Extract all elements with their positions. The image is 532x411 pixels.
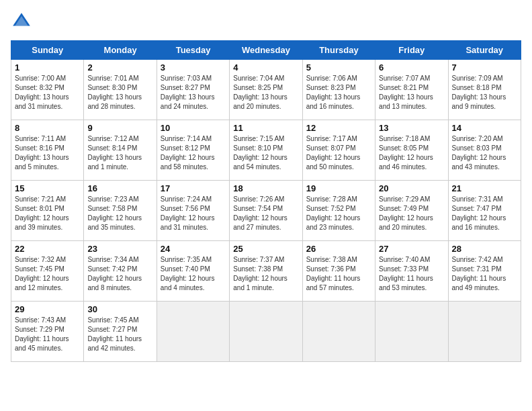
calendar-cell: 20Sunrise: 7:29 AM Sunset: 7:49 PM Dayli…	[375, 181, 448, 241]
day-detail: Sunrise: 7:23 AM Sunset: 7:58 PM Dayligh…	[87, 195, 152, 232]
day-detail: Sunrise: 7:21 AM Sunset: 8:01 PM Dayligh…	[15, 195, 80, 232]
day-detail: Sunrise: 7:35 AM Sunset: 7:40 PM Dayligh…	[161, 255, 226, 293]
calendar-cell: 21Sunrise: 7:31 AM Sunset: 7:47 PM Dayli…	[448, 181, 521, 241]
day-number: 29	[15, 304, 80, 314]
page-header	[11, 11, 521, 32]
calendar-cell: 30Sunrise: 7:45 AM Sunset: 7:27 PM Dayli…	[84, 302, 157, 362]
calendar-cell: 16Sunrise: 7:23 AM Sunset: 7:58 PM Dayli…	[84, 181, 157, 241]
day-number: 30	[87, 304, 152, 314]
day-number: 17	[161, 183, 226, 193]
day-detail: Sunrise: 7:45 AM Sunset: 7:27 PM Dayligh…	[87, 316, 152, 353]
calendar-cell: 10Sunrise: 7:14 AM Sunset: 8:12 PM Dayli…	[157, 120, 229, 181]
day-detail: Sunrise: 7:07 AM Sunset: 8:21 PM Dayligh…	[379, 74, 444, 111]
day-number: 7	[452, 62, 517, 73]
calendar-cell: 27Sunrise: 7:40 AM Sunset: 7:33 PM Dayli…	[375, 241, 448, 302]
day-number: 12	[306, 123, 371, 133]
day-detail: Sunrise: 7:43 AM Sunset: 7:29 PM Dayligh…	[15, 316, 80, 353]
day-detail: Sunrise: 7:38 AM Sunset: 7:36 PM Dayligh…	[306, 255, 371, 293]
day-number: 4	[233, 62, 298, 73]
day-number: 3	[161, 62, 226, 73]
calendar-cell: 7Sunrise: 7:09 AM Sunset: 8:18 PM Daylig…	[448, 60, 521, 120]
day-number: 1	[15, 62, 80, 73]
calendar-cell	[230, 302, 302, 362]
day-number: 18	[233, 183, 298, 193]
day-number: 26	[306, 244, 371, 254]
day-detail: Sunrise: 7:15 AM Sunset: 8:10 PM Dayligh…	[233, 134, 298, 172]
day-number: 6	[379, 62, 444, 73]
calendar-cell: 12Sunrise: 7:17 AM Sunset: 8:07 PM Dayli…	[302, 120, 375, 181]
calendar-cell: 11Sunrise: 7:15 AM Sunset: 8:10 PM Dayli…	[230, 120, 302, 181]
day-number: 15	[15, 183, 80, 193]
day-detail: Sunrise: 7:12 AM Sunset: 8:14 PM Dayligh…	[87, 134, 152, 172]
day-number: 21	[452, 183, 517, 193]
weekday-header-saturday: Saturday	[448, 41, 521, 60]
calendar-cell: 2Sunrise: 7:01 AM Sunset: 8:30 PM Daylig…	[84, 60, 157, 120]
day-detail: Sunrise: 7:32 AM Sunset: 7:45 PM Dayligh…	[15, 255, 80, 293]
weekday-header-tuesday: Tuesday	[157, 41, 229, 60]
calendar-cell	[448, 302, 521, 362]
weekday-header-sunday: Sunday	[11, 41, 84, 60]
day-number: 23	[87, 244, 152, 254]
calendar-cell: 17Sunrise: 7:24 AM Sunset: 7:56 PM Dayli…	[157, 181, 229, 241]
calendar-cell: 23Sunrise: 7:34 AM Sunset: 7:42 PM Dayli…	[84, 241, 157, 302]
day-detail: Sunrise: 7:31 AM Sunset: 7:47 PM Dayligh…	[452, 195, 517, 232]
day-number: 5	[306, 62, 371, 73]
day-detail: Sunrise: 7:04 AM Sunset: 8:25 PM Dayligh…	[233, 74, 298, 111]
calendar-cell: 25Sunrise: 7:37 AM Sunset: 7:38 PM Dayli…	[230, 241, 302, 302]
day-detail: Sunrise: 7:00 AM Sunset: 8:32 PM Dayligh…	[15, 74, 80, 111]
day-detail: Sunrise: 7:18 AM Sunset: 8:05 PM Dayligh…	[379, 134, 444, 172]
weekday-header-thursday: Thursday	[302, 41, 375, 60]
day-detail: Sunrise: 7:37 AM Sunset: 7:38 PM Dayligh…	[233, 255, 298, 293]
day-number: 19	[306, 183, 371, 193]
day-detail: Sunrise: 7:24 AM Sunset: 7:56 PM Dayligh…	[161, 195, 226, 232]
day-detail: Sunrise: 7:14 AM Sunset: 8:12 PM Dayligh…	[161, 134, 226, 172]
day-detail: Sunrise: 7:20 AM Sunset: 8:03 PM Dayligh…	[452, 134, 517, 172]
day-number: 16	[87, 183, 152, 193]
day-number: 24	[161, 244, 226, 254]
day-detail: Sunrise: 7:09 AM Sunset: 8:18 PM Dayligh…	[452, 74, 517, 111]
weekday-header-monday: Monday	[84, 41, 157, 60]
calendar-cell	[375, 302, 448, 362]
calendar-cell: 15Sunrise: 7:21 AM Sunset: 8:01 PM Dayli…	[11, 181, 84, 241]
calendar-cell: 29Sunrise: 7:43 AM Sunset: 7:29 PM Dayli…	[11, 302, 84, 362]
calendar-cell	[157, 302, 229, 362]
day-detail: Sunrise: 7:34 AM Sunset: 7:42 PM Dayligh…	[87, 255, 152, 293]
day-detail: Sunrise: 7:29 AM Sunset: 7:49 PM Dayligh…	[379, 195, 444, 232]
day-detail: Sunrise: 7:01 AM Sunset: 8:30 PM Dayligh…	[87, 74, 152, 111]
calendar-cell: 19Sunrise: 7:28 AM Sunset: 7:52 PM Dayli…	[302, 181, 375, 241]
calendar-cell: 26Sunrise: 7:38 AM Sunset: 7:36 PM Dayli…	[302, 241, 375, 302]
day-number: 9	[87, 123, 152, 133]
calendar-cell: 4Sunrise: 7:04 AM Sunset: 8:25 PM Daylig…	[230, 60, 302, 120]
day-detail: Sunrise: 7:28 AM Sunset: 7:52 PM Dayligh…	[306, 195, 371, 232]
calendar-cell: 18Sunrise: 7:26 AM Sunset: 7:54 PM Dayli…	[230, 181, 302, 241]
day-detail: Sunrise: 7:11 AM Sunset: 8:16 PM Dayligh…	[15, 134, 80, 172]
logo	[11, 11, 35, 32]
calendar-table: SundayMondayTuesdayWednesdayThursdayFrid…	[11, 40, 521, 362]
day-detail: Sunrise: 7:26 AM Sunset: 7:54 PM Dayligh…	[233, 195, 298, 232]
day-number: 13	[379, 123, 444, 133]
day-detail: Sunrise: 7:42 AM Sunset: 7:31 PM Dayligh…	[452, 255, 517, 293]
day-detail: Sunrise: 7:40 AM Sunset: 7:33 PM Dayligh…	[379, 255, 444, 293]
day-detail: Sunrise: 7:03 AM Sunset: 8:27 PM Dayligh…	[161, 74, 226, 111]
day-number: 14	[452, 123, 517, 133]
day-number: 25	[233, 244, 298, 254]
day-detail: Sunrise: 7:17 AM Sunset: 8:07 PM Dayligh…	[306, 134, 371, 172]
day-number: 22	[15, 244, 80, 254]
day-detail: Sunrise: 7:06 AM Sunset: 8:23 PM Dayligh…	[306, 74, 371, 111]
weekday-header-wednesday: Wednesday	[230, 41, 302, 60]
day-number: 8	[15, 123, 80, 133]
day-number: 11	[233, 123, 298, 133]
calendar-cell: 8Sunrise: 7:11 AM Sunset: 8:16 PM Daylig…	[11, 120, 84, 181]
day-number: 20	[379, 183, 444, 193]
day-number: 10	[161, 123, 226, 133]
calendar-cell: 6Sunrise: 7:07 AM Sunset: 8:21 PM Daylig…	[375, 60, 448, 120]
weekday-header-friday: Friday	[375, 41, 448, 60]
calendar-cell: 13Sunrise: 7:18 AM Sunset: 8:05 PM Dayli…	[375, 120, 448, 181]
day-number: 28	[452, 244, 517, 254]
calendar-cell: 24Sunrise: 7:35 AM Sunset: 7:40 PM Dayli…	[157, 241, 229, 302]
day-number: 27	[379, 244, 444, 254]
calendar-cell: 3Sunrise: 7:03 AM Sunset: 8:27 PM Daylig…	[157, 60, 229, 120]
calendar-cell: 9Sunrise: 7:12 AM Sunset: 8:14 PM Daylig…	[84, 120, 157, 181]
calendar-cell: 5Sunrise: 7:06 AM Sunset: 8:23 PM Daylig…	[302, 60, 375, 120]
calendar-cell: 28Sunrise: 7:42 AM Sunset: 7:31 PM Dayli…	[448, 241, 521, 302]
